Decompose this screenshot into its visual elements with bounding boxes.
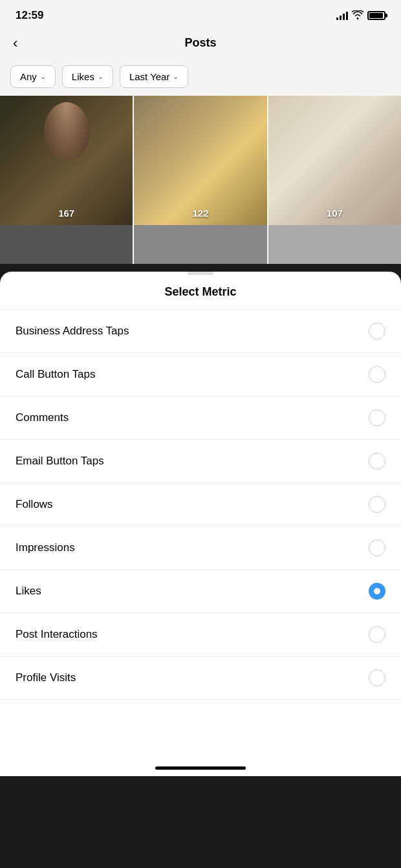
bottom-sheet: Select Metric Business Address Taps Call… <box>0 272 401 776</box>
filter-likes-label: Likes <box>72 71 94 82</box>
radio-button[interactable] <box>369 539 385 556</box>
metric-likes[interactable]: Likes <box>0 570 401 613</box>
grid-image-3 <box>268 96 401 225</box>
metric-business-address-taps[interactable]: Business Address Taps <box>0 310 401 353</box>
signal-icon <box>336 11 348 20</box>
partial-item-2 <box>133 225 266 264</box>
grid-image-2 <box>134 96 266 225</box>
metric-label: Profile Visits <box>16 671 76 684</box>
image-grid: 167 122 107 <box>0 96 401 225</box>
status-bar: 12:59 <box>0 0 401 28</box>
radio-button[interactable] <box>369 496 385 513</box>
filter-any-button[interactable]: Any ⌄ <box>10 65 56 88</box>
partial-item-3 <box>267 225 401 264</box>
sheet-handle <box>188 272 213 275</box>
metric-call-button-taps[interactable]: Call Button Taps <box>0 353 401 396</box>
grid-image-1 <box>0 96 133 225</box>
filter-lastyear-label: Last Year <box>129 71 170 82</box>
filter-any-label: Any <box>20 71 37 82</box>
partial-item-1 <box>0 225 133 264</box>
chevron-down-icon: ⌄ <box>173 72 179 81</box>
metric-label: Likes <box>16 585 41 598</box>
metric-label: Post Interactions <box>16 628 98 641</box>
metric-follows[interactable]: Follows <box>0 483 401 526</box>
metric-label: Follows <box>16 498 53 511</box>
battery-icon <box>367 11 385 20</box>
metric-label: Business Address Taps <box>16 325 129 338</box>
back-button[interactable]: ‹ <box>13 35 17 52</box>
metric-label: Comments <box>16 411 69 424</box>
status-time: 12:59 <box>16 9 43 22</box>
metric-post-interactions[interactable]: Post Interactions <box>0 613 401 656</box>
img-count-1: 167 <box>58 208 74 219</box>
img-count-3: 107 <box>327 208 343 219</box>
divider <box>0 699 401 700</box>
radio-button[interactable] <box>369 453 385 470</box>
radio-button[interactable] <box>369 669 385 686</box>
home-indicator <box>155 766 246 770</box>
metric-label: Call Button Taps <box>16 368 95 381</box>
sheet-title: Select Metric <box>0 285 401 299</box>
radio-button[interactable] <box>369 626 385 643</box>
metric-label: Email Button Taps <box>16 455 104 468</box>
chevron-down-icon: ⌄ <box>98 72 103 81</box>
img-count-2: 122 <box>192 208 208 219</box>
radio-button[interactable] <box>369 323 385 340</box>
wifi-icon <box>352 10 363 21</box>
chevron-down-icon: ⌄ <box>40 72 46 81</box>
radio-button-selected[interactable] <box>369 583 385 600</box>
metric-label: Impressions <box>16 541 75 554</box>
metric-impressions[interactable]: Impressions <box>0 526 401 569</box>
filter-likes-button[interactable]: Likes ⌄ <box>62 65 113 88</box>
grid-item-1[interactable]: 167 <box>0 96 133 225</box>
metric-email-button-taps[interactable]: Email Button Taps <box>0 440 401 483</box>
radio-inner-dot <box>374 588 380 594</box>
radio-button[interactable] <box>369 409 385 426</box>
radio-button[interactable] <box>369 366 385 383</box>
grid-item-3[interactable]: 107 <box>267 96 401 225</box>
filter-row: Any ⌄ Likes ⌄ Last Year ⌄ <box>0 58 401 96</box>
metric-profile-visits[interactable]: Profile Visits <box>0 656 401 699</box>
metric-comments[interactable]: Comments <box>0 396 401 439</box>
filter-lastyear-button[interactable]: Last Year ⌄ <box>120 65 189 88</box>
page-title: Posts <box>184 36 216 50</box>
grid-item-2[interactable]: 122 <box>133 96 266 225</box>
partial-image-row <box>0 225 401 264</box>
page-header: ‹ Posts <box>0 28 401 58</box>
status-icons <box>336 10 385 21</box>
